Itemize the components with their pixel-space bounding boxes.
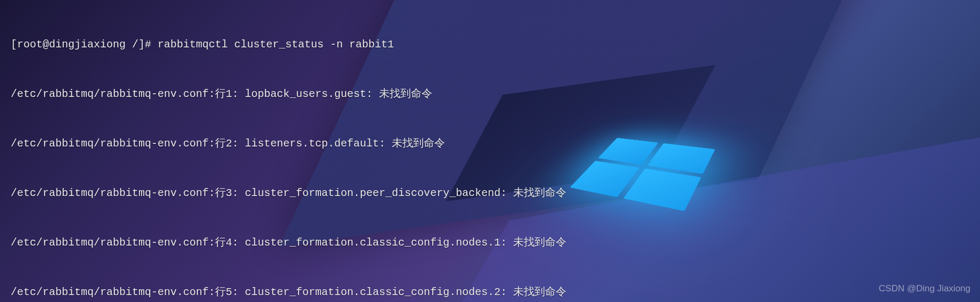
terminal-output-line: /etc/rabbitmq/rabbitmq-env.conf:行4: clus…	[11, 234, 969, 251]
terminal-output-line: /etc/rabbitmq/rabbitmq-env.conf:行3: clus…	[11, 185, 969, 201]
terminal-output-line: /etc/rabbitmq/rabbitmq-env.conf:行1: lopb…	[11, 86, 969, 102]
terminal-output[interactable]: [root@dingjiaxiong /]# rabbitmqctl clust…	[0, 0, 980, 302]
watermark-text: CSDN @Ding Jiaxiong	[879, 280, 970, 297]
shell-prompt: [root@dingjiaxiong /]#	[11, 38, 158, 51]
terminal-output-line: /etc/rabbitmq/rabbitmq-env.conf:行5: clus…	[11, 284, 969, 300]
terminal-command-line: [root@dingjiaxiong /]# rabbitmqctl clust…	[11, 36, 969, 53]
terminal-output-line: /etc/rabbitmq/rabbitmq-env.conf:行2: list…	[11, 135, 969, 152]
shell-command: rabbitmqctl cluster_status -n rabbit1	[158, 38, 394, 51]
